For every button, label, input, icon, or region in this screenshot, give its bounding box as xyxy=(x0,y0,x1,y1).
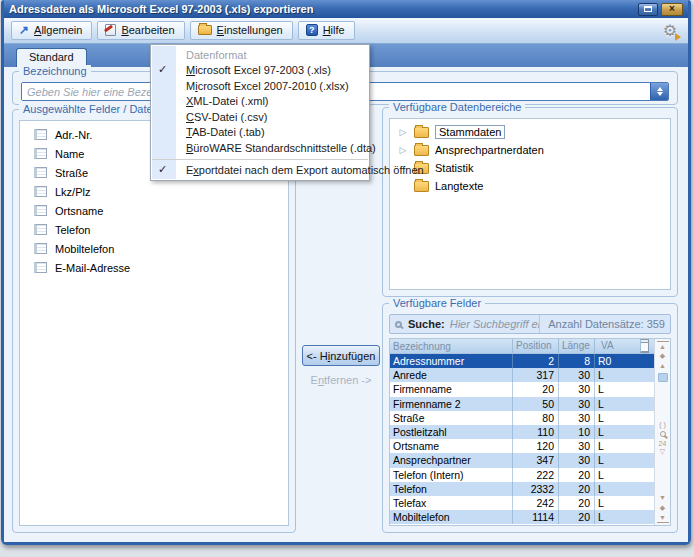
menu-bearbeiten[interactable]: Bearbeiten xyxy=(97,21,184,40)
column-header-bezeichnung[interactable]: Bezeichnung xyxy=(390,341,512,352)
tree-item[interactable]: ▷ Ansprechpartnerdaten xyxy=(390,141,670,159)
tree-expand-icon[interactable]: ▷ xyxy=(398,145,408,155)
menu-allgemein[interactable]: ↗ Allgemein xyxy=(11,21,92,40)
field-icon xyxy=(34,167,47,178)
remove-button[interactable]: Entfernen -> xyxy=(302,374,380,386)
column-chooser-icon[interactable] xyxy=(640,339,649,353)
field-icon xyxy=(34,224,47,235)
menu-hilfe[interactable]: ? Hilfe xyxy=(298,21,355,40)
menu-item-label: Microsoft Excel 2007-2010 (.xlsx) xyxy=(186,80,349,92)
export-settings-button[interactable]: ⚙ xyxy=(663,21,681,40)
tree-expand-icon[interactable]: ▷ xyxy=(398,127,408,137)
menu-item-label: XML-Datei (.xml) xyxy=(186,95,269,107)
column-header-va[interactable]: VA xyxy=(594,339,654,353)
table-row[interactable]: Straße8030L xyxy=(390,411,654,425)
table-row[interactable]: Telefon (Intern)22220L xyxy=(390,468,654,482)
menu-item-auto-open[interactable]: ✓ Exportdatei nach dem Export automatisc… xyxy=(152,163,368,179)
menu-item-tab[interactable]: TAB-Datei (.tab) xyxy=(152,125,368,141)
page-down-icon[interactable]: ▼ xyxy=(657,493,669,503)
table-row[interactable]: Ortsname12030L xyxy=(390,439,654,453)
available-fields-group-label: Verfügbare Felder xyxy=(389,297,485,309)
tree-item[interactable]: ▷ Stammdaten xyxy=(390,123,670,141)
field-icon xyxy=(34,205,47,216)
data-areas-group-label: Verfügbare Datenbereiche xyxy=(389,101,525,113)
table-row[interactable]: Postleitzahl11010L xyxy=(390,425,654,439)
add-button[interactable]: <- Hinzufügen xyxy=(302,345,380,366)
gear-arrow-icon xyxy=(675,33,681,41)
help-icon: ? xyxy=(306,24,318,36)
tree-item[interactable]: Statistik xyxy=(390,159,670,177)
menu-hilfe-label: Hilfe xyxy=(323,24,345,36)
menu-item-label: BüroWARE Standardschnittstelle (.dta) xyxy=(186,142,376,154)
list-item-label: Straße xyxy=(55,167,88,179)
folder-icon xyxy=(414,181,429,192)
list-item[interactable]: E-Mail-Adresse xyxy=(20,258,288,277)
scroll-down-icon[interactable]: ◆ xyxy=(657,503,669,513)
folder-icon xyxy=(414,127,429,138)
menu-einstellungen-label: Einstellungen xyxy=(217,24,283,36)
title-bar[interactable]: Adressdaten als Microsoft Excel 97-2003 … xyxy=(4,0,688,18)
menu-item-xlsx[interactable]: Microsoft Excel 2007-2010 (.xlsx) xyxy=(152,78,368,94)
tree-item[interactable]: Langtexte xyxy=(390,177,670,195)
field-icon xyxy=(34,262,47,273)
window-title: Adressdaten als Microsoft Excel 97-2003 … xyxy=(9,3,313,15)
scroll-up-icon[interactable]: ◆ xyxy=(657,351,669,361)
table-row[interactable]: Telefax24220L xyxy=(390,496,654,510)
braces-icon[interactable]: ( ) xyxy=(659,421,666,429)
menu-einstellungen[interactable]: Einstellungen xyxy=(190,21,293,40)
scroll-top-icon[interactable]: ▲ xyxy=(657,341,669,351)
edit-icon xyxy=(105,24,116,36)
table-row[interactable]: Telefon233220L xyxy=(390,482,654,496)
check-icon: ✓ xyxy=(158,63,167,76)
menu-item-label: TAB-Datei (.tab) xyxy=(186,126,265,138)
search-label: Suche: xyxy=(408,318,445,330)
record-count: Anzahl Datensätze: 359 xyxy=(539,315,665,333)
settings-folder-icon xyxy=(198,25,212,35)
menu-section-header: Datenformat xyxy=(152,47,368,63)
bezeichnung-group-label: Bezeichnung xyxy=(19,65,91,77)
table-row[interactable]: Ansprechpartner34730L xyxy=(390,453,654,467)
table-row[interactable]: Mobiltelefon111420L xyxy=(390,510,654,524)
close-button[interactable]: × xyxy=(661,3,683,16)
menu-item-label: Exportdatei nach dem Export automatisch … xyxy=(186,164,424,176)
list-item-label: Ortsname xyxy=(55,205,103,217)
export-dialog-window: Adressdaten als Microsoft Excel 97-2003 … xyxy=(1,0,691,545)
sort-icon[interactable]: 24 xyxy=(659,440,667,448)
tree-item-label: Langtexte xyxy=(435,180,483,192)
menu-item-xml[interactable]: XML-Datei (.xml) xyxy=(152,94,368,110)
data-areas-tree[interactable]: ▷ Stammdaten ▷ Ansprechpartnerdaten Stat… xyxy=(389,118,671,290)
menu-bar: ↗ Allgemein Bearbeiten Einstellungen ? H… xyxy=(4,18,688,44)
restore-button[interactable] xyxy=(638,3,658,16)
table-row[interactable]: Anrede31730L xyxy=(390,368,654,382)
fields-table: Bezeichnung Position Länge VA Adressnumm… xyxy=(390,339,654,525)
table-header[interactable]: Bezeichnung Position Länge VA xyxy=(390,339,654,354)
combobox-dropdown-button[interactable] xyxy=(650,83,668,100)
column-header-position[interactable]: Position xyxy=(512,339,558,353)
menu-item-xls[interactable]: ✓ Microsoft Excel 97-2003 (.xls) xyxy=(152,63,368,79)
table-row[interactable]: Firmenname2030L xyxy=(390,382,654,396)
page-up-icon[interactable]: ▲ xyxy=(657,361,669,371)
menu-item-csv[interactable]: CSV-Datei (.csv) xyxy=(152,109,368,125)
search-input[interactable] xyxy=(450,318,540,330)
menu-separator xyxy=(152,159,368,160)
list-item[interactable]: Ortsname xyxy=(20,201,288,220)
chevron-up-icon xyxy=(657,87,663,91)
field-icon xyxy=(34,129,47,140)
tree-item-label: Statistik xyxy=(435,162,474,174)
menu-allgemein-label: Allgemein xyxy=(34,24,82,36)
list-item[interactable]: Mobiltelefon xyxy=(20,239,288,258)
menu-item-dta[interactable]: BüroWARE Standardschnittstelle (.dta) xyxy=(152,140,368,156)
filter-icon[interactable]: ▽ xyxy=(660,448,665,456)
column-header-laenge[interactable]: Länge xyxy=(558,339,594,353)
check-icon: ✓ xyxy=(158,163,167,176)
list-item[interactable]: Lkz/Plz xyxy=(20,182,288,201)
field-icon xyxy=(34,186,47,197)
chevron-down-icon xyxy=(657,92,663,96)
list-item[interactable]: Telefon xyxy=(20,220,288,239)
table-search-icon[interactable] xyxy=(660,431,666,437)
table-row[interactable]: Adressnummer28R0 xyxy=(390,354,654,368)
scroll-bottom-icon[interactable]: ▼ xyxy=(657,513,669,523)
table-row[interactable]: Firmenname 25030L xyxy=(390,397,654,411)
arrow-ne-icon: ↗ xyxy=(19,25,29,35)
scrollbar-thumb[interactable] xyxy=(658,373,668,382)
